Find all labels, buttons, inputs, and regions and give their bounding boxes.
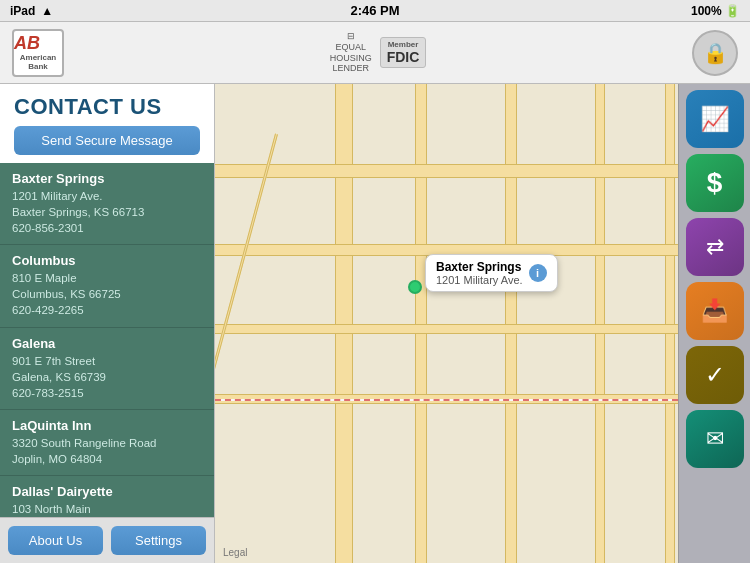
- contact-header: CONTACT US Send Secure Message: [0, 84, 214, 163]
- list-item[interactable]: Dallas' Dairyette 103 North Main Quapaw,…: [0, 476, 214, 517]
- email-icon: ✉: [706, 426, 724, 452]
- status-bar: iPad ▲ 2:46 PM 100% 🔋: [0, 0, 750, 22]
- state-boundary-line: [215, 399, 678, 401]
- security-button[interactable]: 🔒: [692, 30, 738, 76]
- settings-button[interactable]: Settings: [111, 526, 206, 555]
- equal-housing-badge: ⊟ EQUAL HOUSING LENDER Member FDIC: [330, 31, 427, 74]
- fdic-member: Member: [388, 40, 419, 49]
- check-button[interactable]: ✓: [686, 346, 744, 404]
- location-address: 810 E Maple Columbus, KS 66725 620-429-2…: [12, 270, 202, 318]
- location-address: 3320 South Rangeline Road Joplin, MO 648…: [12, 435, 202, 467]
- left-panel: CONTACT US Send Secure Message Baxter Sp…: [0, 84, 215, 563]
- tooltip-location-name: Baxter Springs: [436, 260, 523, 274]
- location-name: Baxter Springs: [12, 171, 202, 186]
- list-item[interactable]: Galena 901 E 7th Street Galena, KS 66739…: [0, 328, 214, 410]
- dollar-icon: $: [707, 167, 723, 199]
- location-name: Galena: [12, 336, 202, 351]
- info-icon[interactable]: i: [529, 264, 547, 282]
- list-item[interactable]: LaQuinta Inn 3320 South Rangeline Road J…: [0, 410, 214, 476]
- check-icon: ✓: [705, 361, 725, 389]
- email-button[interactable]: ✉: [686, 410, 744, 468]
- status-left: iPad ▲: [10, 4, 53, 18]
- transfer-icon: ⇄: [706, 234, 724, 260]
- location-address: 901 E 7th Street Galena, KS 66739 620-78…: [12, 353, 202, 401]
- fdic-badge: Member FDIC: [380, 37, 427, 68]
- logo-ab-icon: AB American Bank: [12, 29, 64, 77]
- road-h3: [215, 324, 678, 334]
- locations-list: Baxter Springs 1201 Military Ave. Baxter…: [0, 163, 214, 517]
- tooltip-address: 1201 Military Ave.: [436, 274, 523, 286]
- bank-name: American Bank: [14, 54, 62, 72]
- fdic-label: FDIC: [387, 49, 420, 65]
- lock-icon: 🔒: [703, 41, 728, 65]
- location-name: Columbus: [12, 253, 202, 268]
- right-sidebar: 📈 $ ⇄ 📥 ✓ ✉: [678, 84, 750, 563]
- map-pin-baxter-springs[interactable]: [408, 280, 422, 294]
- bottom-buttons: About Us Settings: [0, 517, 214, 563]
- app-header: AB American Bank ⊟ EQUAL HOUSING LENDER …: [0, 22, 750, 84]
- dollar-button[interactable]: $: [686, 154, 744, 212]
- status-time: 2:46 PM: [350, 3, 399, 18]
- battery-label: 100%: [691, 4, 722, 18]
- map-tooltip[interactable]: Baxter Springs 1201 Military Ave. i: [425, 254, 558, 292]
- deposit-button[interactable]: 📥: [686, 282, 744, 340]
- location-name: Dallas' Dairyette: [12, 484, 202, 499]
- tooltip-content: Baxter Springs 1201 Military Ave.: [436, 260, 523, 286]
- battery-indicator: 100% 🔋: [691, 4, 740, 18]
- list-item[interactable]: Baxter Springs 1201 Military Ave. Baxter…: [0, 163, 214, 245]
- transfer-button[interactable]: ⇄: [686, 218, 744, 276]
- map-background: Baxter Springs 1201 Military Ave. i Lega…: [215, 84, 678, 563]
- map-legal-text: Legal: [223, 547, 247, 558]
- wifi-icon: ▲: [41, 4, 53, 18]
- location-address: 103 North Main Quapaw, OK 74363: [12, 501, 202, 517]
- market-icon: 📈: [700, 105, 730, 133]
- about-us-button[interactable]: About Us: [8, 526, 103, 555]
- market-button[interactable]: 📈: [686, 90, 744, 148]
- deposit-icon: 📥: [701, 298, 728, 324]
- main-area: CONTACT US Send Secure Message Baxter Sp…: [0, 84, 750, 563]
- send-message-button[interactable]: Send Secure Message: [14, 126, 200, 155]
- bank-logo: AB American Bank: [12, 29, 64, 77]
- location-name: LaQuinta Inn: [12, 418, 202, 433]
- road-h1: [215, 164, 678, 178]
- location-address: 1201 Military Ave. Baxter Springs, KS 66…: [12, 188, 202, 236]
- list-item[interactable]: Columbus 810 E Maple Columbus, KS 66725 …: [0, 245, 214, 327]
- ipad-label: iPad: [10, 4, 35, 18]
- map-area[interactable]: Baxter Springs 1201 Military Ave. i Lega…: [215, 84, 678, 563]
- header-badges: ⊟ EQUAL HOUSING LENDER Member FDIC: [330, 31, 427, 74]
- contact-us-title: CONTACT US: [14, 94, 200, 120]
